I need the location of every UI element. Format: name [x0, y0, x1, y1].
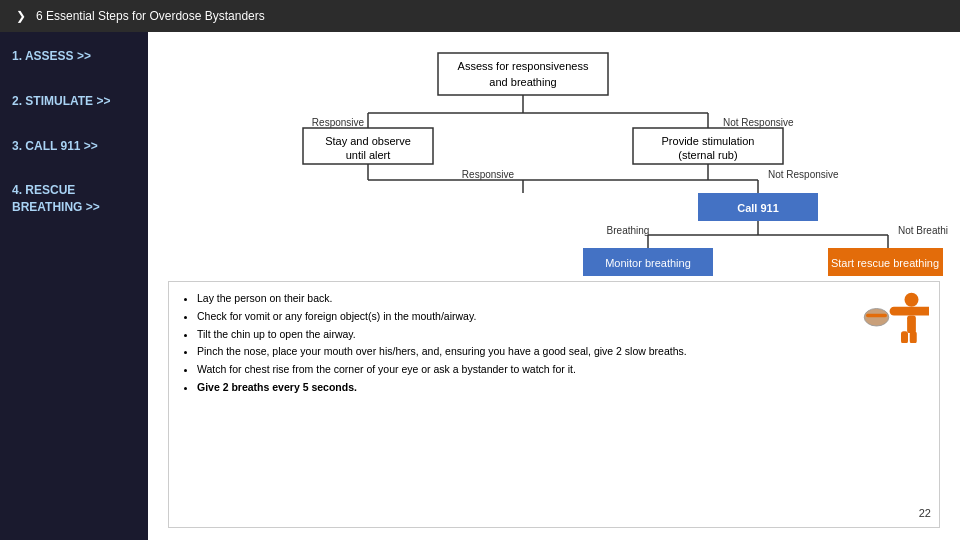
svg-text:Breathing: Breathing — [607, 225, 650, 236]
svg-rect-36 — [890, 307, 929, 316]
bullet-item-2: Check for vomit or any foreign object(s)… — [197, 308, 925, 325]
bullet-item-5: Watch for chest rise from the corner of … — [197, 361, 925, 378]
svg-text:Start rescue breathing: Start rescue breathing — [831, 257, 939, 269]
header: ❯ 6 Essential Steps for Overdose Bystand… — [0, 0, 960, 32]
content-area: Assess for responsiveness and breathing … — [148, 32, 960, 540]
main-layout: 1. ASSESS >> 2. STIMULATE >> 3. CALL 911… — [0, 32, 960, 540]
svg-text:Provide stimulation: Provide stimulation — [662, 135, 755, 147]
person-icon — [859, 288, 929, 343]
bullet-list: Lay the person on their back. Check for … — [183, 290, 925, 396]
svg-text:Responsive: Responsive — [462, 169, 515, 180]
sidebar-item-call911[interactable]: 3. CALL 911 >> — [12, 138, 136, 155]
header-title: 6 Essential Steps for Overdose Bystander… — [36, 9, 265, 23]
flowchart-container: Assess for responsiveness and breathing … — [168, 48, 940, 281]
header-arrow-icon: ❯ — [16, 9, 26, 23]
bullet-section: Lay the person on their back. Check for … — [168, 281, 940, 528]
svg-text:Call 911: Call 911 — [737, 202, 779, 214]
svg-text:Not Responsive: Not Responsive — [723, 117, 794, 128]
svg-text:Responsive: Responsive — [312, 117, 365, 128]
bullet-item-4: Pinch the nose, place your mouth over hi… — [197, 343, 925, 360]
bullet-item-3: Tilt the chin up to open the airway. — [197, 326, 925, 343]
svg-text:Monitor breathing: Monitor breathing — [605, 257, 691, 269]
svg-text:and breathing: and breathing — [489, 76, 556, 88]
flowchart-svg: Assess for responsiveness and breathing … — [168, 48, 948, 278]
sidebar: 1. ASSESS >> 2. STIMULATE >> 3. CALL 911… — [0, 32, 148, 540]
svg-text:Not Responsive: Not Responsive — [768, 169, 839, 180]
svg-rect-40 — [910, 331, 917, 343]
svg-text:Not Breathing, Blue: Not Breathing, Blue — [898, 225, 948, 236]
bullet-item-6: Give 2 breaths every 5 seconds. — [197, 379, 925, 396]
svg-point-35 — [905, 293, 919, 307]
svg-text:Stay and observe: Stay and observe — [325, 135, 411, 147]
svg-rect-37 — [907, 316, 916, 334]
svg-rect-39 — [866, 314, 887, 318]
svg-text:Assess for responsiveness: Assess for responsiveness — [458, 60, 589, 72]
bullet-item-1: Lay the person on their back. — [197, 290, 925, 307]
svg-text:(sternal rub): (sternal rub) — [678, 149, 737, 161]
sidebar-item-stimulate[interactable]: 2. STIMULATE >> — [12, 93, 136, 110]
svg-rect-41 — [901, 331, 908, 343]
sidebar-item-assess[interactable]: 1. ASSESS >> — [12, 48, 136, 65]
svg-text:until alert: until alert — [346, 149, 391, 161]
page-number: 22 — [919, 505, 931, 523]
sidebar-item-rescue[interactable]: 4. RESCUE BREATHING >> — [12, 182, 136, 216]
